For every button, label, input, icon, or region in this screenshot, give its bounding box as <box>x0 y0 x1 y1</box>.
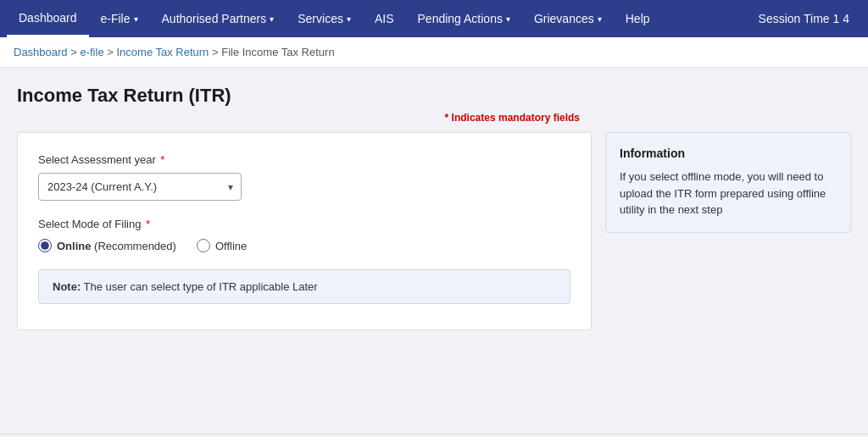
main-content: Income Tax Return (ITR) * Indicates mand… <box>0 68 868 434</box>
chevron-down-icon: ▾ <box>270 14 274 24</box>
navbar-pending-actions-label: Pending Actions <box>418 12 503 25</box>
navbar-help-label: Help <box>626 12 650 25</box>
navbar-services-label: Services <box>298 12 343 25</box>
content-layout: Select Assessment year * 2023-24 (Curren… <box>17 132 851 330</box>
navbar-efile-label: e-File <box>101 12 131 25</box>
radio-option-offline[interactable]: Offline <box>197 239 247 252</box>
navbar-item-pending-actions[interactable]: Pending Actions ▾ <box>406 0 522 37</box>
required-star: * <box>146 218 150 230</box>
breadcrumb-current: File Income Tax Return <box>221 46 334 58</box>
assessment-year-select-wrapper: 2023-24 (Current A.Y.) 2022-23 2021-22 2… <box>38 173 242 201</box>
navbar-item-ais[interactable]: AIS <box>363 0 406 37</box>
navbar-item-efile[interactable]: e-File ▾ <box>89 0 150 37</box>
navbar-grievances-label: Grievances <box>534 12 594 25</box>
assessment-year-label: Select Assessment year * <box>38 153 570 166</box>
form-card: Select Assessment year * 2023-24 (Curren… <box>17 132 592 330</box>
breadcrumb-efile[interactable]: e-file <box>80 46 103 58</box>
session-time: Session Time 1 4 <box>747 0 861 37</box>
navbar-item-authorised-partners[interactable]: Authorised Partners ▾ <box>150 0 287 37</box>
radio-online[interactable] <box>38 239 52 252</box>
navbar-item-help[interactable]: Help <box>614 0 662 37</box>
chevron-down-icon: ▾ <box>347 14 351 24</box>
mandatory-note: * Indicates mandatory fields <box>17 112 851 124</box>
info-panel-text: If you select offline mode, you will nee… <box>620 169 837 218</box>
page-title: Income Tax Return (ITR) <box>17 85 851 107</box>
required-star: * <box>160 153 164 166</box>
navbar-item-services[interactable]: Services ▾ <box>286 0 363 37</box>
mode-of-filing-label: Select Mode of Filing * <box>38 218 570 230</box>
navbar-item-grievances[interactable]: Grievances ▾ <box>522 0 614 37</box>
navbar-ais-label: AIS <box>375 12 394 25</box>
navbar-authorised-partners-label: Authorised Partners <box>162 12 267 25</box>
breadcrumb: Dashboard > e-file > Income Tax Return >… <box>0 37 868 68</box>
breadcrumb-dashboard[interactable]: Dashboard <box>14 46 68 58</box>
note-box: Note: The user can select type of ITR ap… <box>38 269 570 304</box>
info-panel: Information If you select offline mode, … <box>605 132 851 233</box>
navbar-dashboard-label: Dashboard <box>19 11 77 25</box>
chevron-down-icon: ▾ <box>506 14 510 24</box>
mode-of-filing-radio-group: Online (Recommended) Offline <box>38 239 570 252</box>
info-panel-title: Information <box>620 147 837 160</box>
chevron-down-icon: ▾ <box>598 14 602 24</box>
main-navbar: Dashboard e-File ▾ Authorised Partners ▾… <box>0 0 868 37</box>
divider <box>0 434 868 434</box>
chevron-down-icon: ▾ <box>134 14 138 24</box>
assessment-year-select[interactable]: 2023-24 (Current A.Y.) 2022-23 2021-22 2… <box>38 173 242 201</box>
radio-offline[interactable] <box>197 239 210 252</box>
breadcrumb-itr[interactable]: Income Tax Return <box>116 46 209 58</box>
navbar-item-dashboard[interactable]: Dashboard <box>7 0 89 37</box>
radio-option-online[interactable]: Online (Recommended) <box>38 239 176 252</box>
